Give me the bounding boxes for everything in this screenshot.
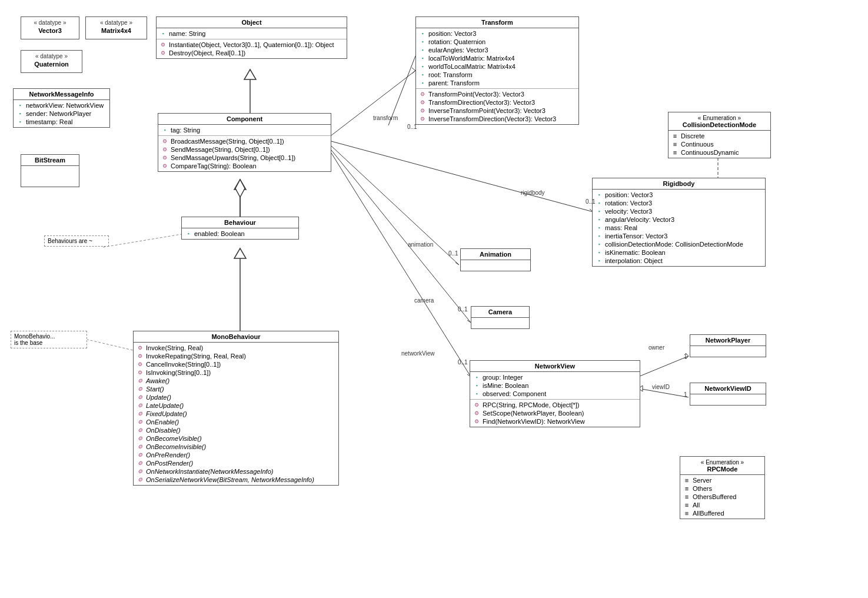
label-viewid-mult: 1 (684, 391, 687, 398)
attr-sender: ▪ sender: NetworkPlayer (16, 109, 107, 118)
attr-networkview: ▪ networkView: NetworkView (16, 101, 107, 109)
datatype-vector3: « datatype » Vector3 (21, 16, 79, 39)
box-behaviour: Behaviour ▪enabled: Boolean (181, 217, 299, 240)
svg-line-17 (638, 356, 689, 377)
attr-icon: ▪ (16, 102, 24, 108)
label-animation: animation (408, 241, 433, 248)
box-bitstream: BitStream (21, 154, 79, 187)
svg-line-12 (455, 263, 459, 265)
op-icon: ⚙ (159, 50, 167, 56)
svg-marker-27 (235, 180, 245, 197)
attr-icon: ▪ (159, 31, 167, 36)
title-component: Component (158, 114, 331, 125)
svg-marker-5 (234, 248, 246, 258)
label-camera: camera (414, 297, 434, 304)
label-rigidbody: rigidbody (521, 190, 545, 196)
title-networkview: NetworkView (470, 361, 640, 372)
title-bitstream: BitStream (21, 155, 79, 166)
attr-timestamp: ▪ timestamp: Real (16, 118, 107, 126)
title-transform: Transform (416, 17, 578, 28)
op-instantiate: ⚙ Instantiate(Object, Vector3[0..1], Qua… (159, 41, 344, 49)
op-icon: ⚙ (159, 42, 167, 48)
box-networkplayer: NetworkPlayer (690, 334, 766, 357)
box-transform: Transform ▪position: Vector3 ▪rotation: … (415, 16, 579, 125)
diagram-container: « datatype » Vector3 « datatype » Matrix… (0, 0, 868, 598)
label-owner: owner (648, 344, 664, 351)
box-animation: Animation (460, 248, 531, 271)
op-destroy: ⚙ Destroy(Object, Real[0..1]) (159, 49, 344, 57)
svg-line-15 (331, 153, 471, 377)
note-behaviours: Behaviours are ~ (44, 235, 109, 247)
label-viewid: viewID (652, 384, 670, 390)
box-networkmessageinfo: NetworkMessageInfo ▪ networkView: Networ… (13, 88, 110, 128)
attr-icon: ▪ (16, 119, 24, 125)
label-owner-mult: 1 (684, 353, 687, 360)
box-camera: Camera (471, 306, 530, 329)
box-object: Object ▪ name: String ⚙ Instantiate(Obje… (156, 16, 347, 59)
title-networkviewid: NetworkViewID (690, 383, 766, 394)
svg-line-9 (331, 141, 593, 212)
label-animation-mult: 0..1 (448, 250, 458, 257)
svg-line-6 (331, 71, 415, 135)
box-networkviewid: NetworkViewID (690, 383, 766, 406)
datatype-quaternion: « datatype » Quaternion (21, 50, 82, 73)
box-component: Component ▪tag: String ⚙BroadcastMessage… (158, 113, 331, 172)
attr-name: ▪ name: String (159, 29, 344, 38)
note-monobehaviour: MonoBehavio...is the base (11, 331, 87, 348)
datatype-matrix4x4: « datatype » Matrix4x4 (85, 16, 147, 39)
label-camera-mult: 0..1 (458, 306, 468, 313)
svg-line-13 (331, 150, 471, 323)
title-camera: Camera (471, 307, 529, 318)
title-networkplayer: NetworkPlayer (690, 335, 766, 346)
title-animation: Animation (461, 249, 530, 260)
attr-icon: ▪ (16, 111, 24, 117)
label-transform: transform (373, 115, 398, 121)
title-monobehaviour: MonoBehaviour (134, 331, 338, 343)
title-rigidbody: Rigidbody (593, 178, 765, 190)
svg-marker-1 (244, 69, 256, 79)
svg-line-11 (331, 146, 459, 265)
label-transform-mult: 0..1 (407, 124, 417, 130)
box-rpcmode: « Enumeration » RPCMode ≡Server ≡Others … (680, 456, 765, 519)
title-networkmessageinfo: NetworkMessageInfo (14, 89, 109, 100)
svg-line-24 (103, 234, 181, 247)
box-networkview: NetworkView ▪group: Integer ▪isMine: Boo… (470, 360, 640, 427)
label-networkview: networkView (401, 350, 435, 357)
svg-marker-3 (234, 180, 246, 190)
title-behaviour: Behaviour (182, 217, 298, 228)
box-monobehaviour: MonoBehaviour ⚙Invoke(String, Real) ⚙Inv… (133, 331, 339, 486)
box-rigidbody: Rigidbody ▪position: Vector3 ▪rotation: … (592, 178, 766, 267)
title-rpcmode: « Enumeration » RPCMode (680, 457, 764, 475)
label-rigidbody-mult: 0..1 (586, 198, 596, 205)
title-object: Object (157, 17, 347, 28)
svg-line-25 (82, 338, 133, 350)
label-networkview-mult: 0..1 (458, 359, 468, 366)
box-collisiondetectionmode: « Enumeration » CollisionDetectionMode ≡… (668, 112, 771, 158)
title-collisiondetectionmode: « Enumeration » CollisionDetectionMode (669, 112, 770, 131)
